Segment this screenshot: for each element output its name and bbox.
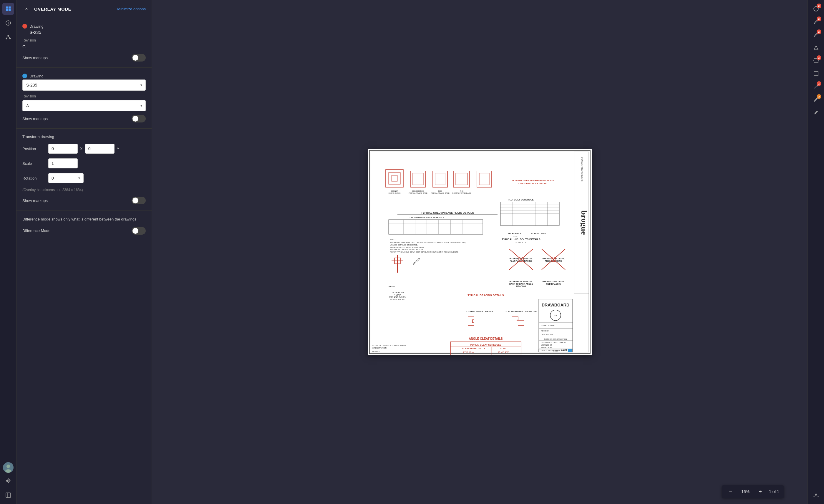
drawing2-markups-toggle[interactable] xyxy=(132,115,146,122)
scale-input[interactable] xyxy=(48,159,78,169)
right-tool-marker[interactable] xyxy=(810,107,822,118)
right-tool-pencil2[interactable]: 2 xyxy=(810,29,822,40)
drawing1-toggle-knob xyxy=(132,55,138,61)
svg-rect-147 xyxy=(568,349,572,352)
svg-text:PURLIN CLEAT SCHEDULE: PURLIN CLEAT SCHEDULE xyxy=(470,343,501,346)
svg-rect-1 xyxy=(9,6,11,9)
zoom-out-button[interactable]: − xyxy=(727,488,735,496)
right-tool-pencil1[interactable]: 2 xyxy=(810,16,822,28)
drawing2-revision-select[interactable]: A B C xyxy=(22,100,146,111)
svg-text:ALL DIMENSIONS ARE IN MILLIMET: ALL DIMENSIONS ARE IN MILLIMETRES xyxy=(390,249,423,250)
y-axis-label: Y xyxy=(117,146,119,151)
svg-text:DRAWBOARD: DRAWBOARD xyxy=(541,303,569,307)
drawing2-revision-label: Revision xyxy=(22,94,146,98)
svg-point-161 xyxy=(815,493,816,494)
svg-point-7 xyxy=(6,38,7,39)
zoom-bar: − 16% + 1 of 1 xyxy=(722,485,784,498)
svg-point-6 xyxy=(7,35,9,36)
zoom-in-button[interactable]: + xyxy=(756,488,764,496)
svg-text:ENGINEERS: ENGINEERS xyxy=(581,169,583,182)
difference-mode-toggle[interactable] xyxy=(132,227,146,235)
svg-text:UP TO 50mm: UP TO 50mm xyxy=(461,351,474,353)
right-tool-arrow[interactable]: 2 xyxy=(810,81,822,92)
drawing-canvas[interactable]: brogue CONSULTING ENGINEERS TYPICAL COLU… xyxy=(152,0,808,504)
left-icon-bar: i xyxy=(0,0,16,504)
drawing2-show-markups-label: Show markups xyxy=(22,117,48,121)
svg-rect-3 xyxy=(9,9,11,11)
svg-text:12 CAP PLATE: 12 CAP PLATE xyxy=(390,291,405,294)
svg-text:H.D. BOLT SCHEDULE: H.D. BOLT SCHEDULE xyxy=(508,198,534,201)
svg-rect-15 xyxy=(6,493,11,498)
info-icon[interactable]: i xyxy=(2,17,14,29)
drawing1-revision-label: Revision xyxy=(22,38,146,42)
svg-text:DESCRIPTION: DESCRIPTION xyxy=(541,333,553,335)
drawing2-show-markups-row: Show markups xyxy=(22,115,146,122)
transform-section: Transform drawing Position X Y Scale Rot… xyxy=(16,129,151,210)
svg-text:CLEAT HEIGHT DIST 'X': CLEAT HEIGHT DIST 'X' xyxy=(462,347,486,349)
scale-row: Scale xyxy=(22,159,146,169)
rotation-select[interactable]: 0 90 180 270 xyxy=(48,173,84,183)
drawing2-color-dot xyxy=(22,74,27,78)
nodes-icon[interactable] xyxy=(2,31,14,43)
svg-text:1 FLUNGE ST: 1 FLUNGE ST xyxy=(541,344,552,346)
close-button[interactable]: × xyxy=(22,5,31,13)
svg-text:TYPICAL H.D. BOLTS DETAILS: TYPICAL H.D. BOLTS DETAILS xyxy=(502,238,540,241)
svg-text:S.235: S.235 xyxy=(553,350,558,352)
right-tool-square[interactable] xyxy=(810,68,822,80)
right-tool-pen[interactable]: 16 xyxy=(810,94,822,105)
svg-line-9 xyxy=(6,36,8,38)
svg-text:SHS/CHS/RHS: SHS/CHS/RHS xyxy=(388,192,400,194)
user-avatar[interactable] xyxy=(3,462,13,473)
svg-rect-0 xyxy=(6,6,8,9)
svg-line-166 xyxy=(817,496,818,496)
page-indicator: 1 of 1 xyxy=(769,489,779,494)
transform-show-markups-label: Show markups xyxy=(22,198,48,203)
tool6-badge: 16 xyxy=(817,94,821,99)
svg-text:i: i xyxy=(8,21,9,25)
settings-icon[interactable] xyxy=(2,475,14,487)
svg-text:PROVIDE FULL STRENGTH BUTT WEL: PROVIDE FULL STRENGTH BUTT WELD xyxy=(390,246,424,248)
right-tool-crosshair[interactable]: 2 xyxy=(810,55,822,67)
drawing-image: brogue CONSULTING ENGINEERS TYPICAL COLU… xyxy=(368,149,592,355)
svg-point-163 xyxy=(818,496,818,497)
svg-text:75 x PLATE: 75 x PLATE xyxy=(498,351,509,353)
svg-text:PORTAL FRAME BASE: PORTAL FRAME BASE xyxy=(431,192,449,194)
svg-text:→: → xyxy=(553,313,558,318)
right-tool-shape[interactable] xyxy=(810,42,822,54)
svg-text:UNLESS DETAILED OTHERWISE.: UNLESS DETAILED OTHERWISE. xyxy=(390,244,418,246)
right-tool-settings[interactable]: 2 xyxy=(810,3,822,15)
svg-point-158 xyxy=(814,101,815,102)
transform-markups-toggle[interactable] xyxy=(132,197,146,204)
difference-mode-row: Difference Mode xyxy=(22,227,146,235)
position-x-input[interactable] xyxy=(48,144,78,154)
svg-text:DETAILS: DETAILS xyxy=(373,350,380,352)
drawing1-number: S-235 xyxy=(29,30,146,35)
drawing2-select-wrapper: S-235 xyxy=(22,80,146,91)
svg-text:CLEAT: CLEAT xyxy=(500,347,507,349)
svg-text:S PENETRATION: S PENETRATION xyxy=(373,347,387,349)
drawing1-label: Drawing xyxy=(22,24,146,28)
right-tool-network[interactable] xyxy=(810,489,822,501)
drawing2-label: Drawing xyxy=(22,74,146,78)
svg-text:NOTE: NOTE xyxy=(513,236,518,237)
svg-text:CONSULTING: CONSULTING xyxy=(581,157,583,170)
drawing2-select[interactable]: S-235 xyxy=(22,80,146,91)
position-y-input[interactable] xyxy=(85,144,114,154)
svg-text:SHS/CHS/RHS: SHS/CHS/RHS xyxy=(412,190,424,192)
svg-text:COGGED BOLT: COGGED BOLT xyxy=(531,232,546,235)
svg-text:BEAM: BEAM xyxy=(389,285,395,288)
svg-text:CAST INTO SLAB DETAIL: CAST INTO SLAB DETAIL xyxy=(518,182,547,185)
svg-text:ANCHOR BOLT: ANCHOR BOLT xyxy=(508,232,523,235)
help-icon[interactable] xyxy=(2,489,14,501)
difference-section: Difference mode shows only what is diffe… xyxy=(16,210,151,240)
svg-text:NOT FOR CONSTRUCTION: NOT FOR CONSTRUCTION xyxy=(544,338,567,340)
svg-point-12 xyxy=(6,465,10,468)
svg-text:DRAWBOARD DEVELOPMENT: DRAWBOARD DEVELOPMENT xyxy=(541,342,566,343)
overlay-header: × OVERLAY MODE Minimize options xyxy=(16,0,151,18)
svg-text:SERVICES DRAWINGS FOR LOCATION: SERVICES DRAWINGS FOR LOCATIONS xyxy=(373,345,406,346)
drawing1-markups-toggle[interactable] xyxy=(132,54,146,62)
panel-title: OVERLAY MODE xyxy=(34,6,114,11)
grid-icon[interactable] xyxy=(2,3,14,15)
minimize-link[interactable]: Minimize options xyxy=(117,7,146,11)
svg-text:REVISION: REVISION xyxy=(541,330,549,332)
